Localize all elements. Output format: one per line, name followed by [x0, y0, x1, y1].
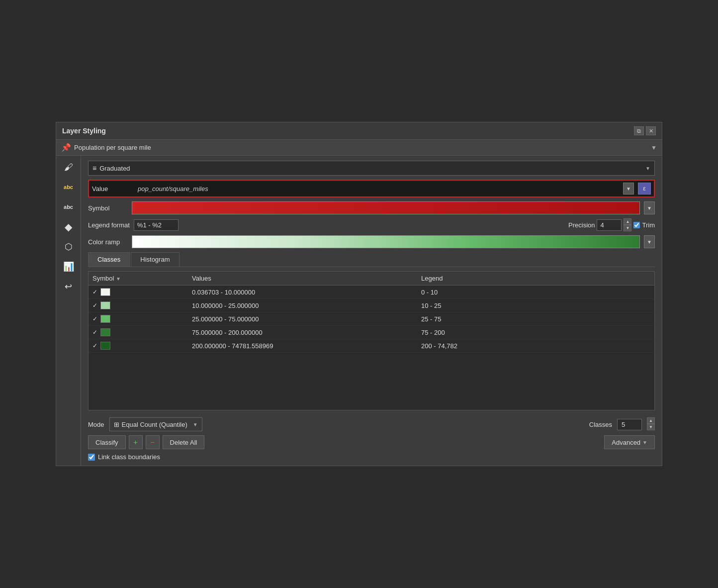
tab-histogram[interactable]: Histogram: [131, 252, 179, 267]
sidebar: 🖌 abc abc ◆ ⬡ 📊 ↩: [56, 156, 81, 466]
classes-spinner: ▲ ▼: [647, 417, 655, 431]
row-color-0: [100, 288, 110, 296]
tabs-row: Classes Histogram: [88, 252, 655, 267]
layer-icon: 📌: [61, 143, 71, 152]
row-color-2: [100, 315, 110, 323]
row-values-1: 10.000000 - 25.000000: [192, 302, 421, 309]
layer-name: Population per square mile: [74, 144, 648, 151]
row-legend-1: 10 - 25: [421, 302, 650, 309]
link-boundaries-checkbox[interactable]: [88, 454, 95, 461]
delete-all-button[interactable]: Delete All: [163, 435, 205, 449]
value-dropdown-button[interactable]: ▼: [623, 183, 634, 195]
th-symbol: Symbol ▼: [92, 275, 192, 282]
advanced-button[interactable]: Advanced ▼: [604, 435, 655, 449]
renderer-row: ≡ Graduated ▼: [88, 161, 655, 176]
row-values-2: 25.000000 - 75.000000: [192, 315, 421, 323]
abc-label-icon[interactable]: abc: [60, 180, 77, 195]
table-row[interactable]: ✓ 75.000000 - 200.000000 75 - 200: [89, 326, 654, 339]
mode-select[interactable]: ⊞ Equal Count (Quantile) ▼: [109, 417, 202, 431]
th-legend: Legend: [421, 275, 650, 282]
close-button[interactable]: ✕: [646, 126, 656, 135]
link-boundaries-row: Link class boundaries: [88, 453, 655, 461]
buttons-row: Classify + − Delete All Advanced ▼: [88, 435, 655, 449]
panel-title: Layer Styling: [62, 127, 106, 135]
tab-classes[interactable]: Classes: [88, 252, 130, 267]
table-row[interactable]: ✓ 0.036703 - 10.000000 0 - 10: [89, 286, 654, 299]
graduated-icon: ≡: [92, 164, 96, 172]
cube-icon[interactable]: ◆: [60, 219, 77, 234]
row-color-4: [100, 342, 110, 350]
title-bar: Layer Styling ⧉ ✕: [56, 122, 662, 140]
restore-button[interactable]: ⧉: [634, 126, 644, 135]
th-symbol-label: Symbol: [92, 275, 114, 282]
bottom-section: Mode ⊞ Equal Count (Quantile) ▼ Classes …: [88, 414, 655, 461]
layer-dropdown-arrow: ▼: [651, 144, 657, 151]
row-legend-0: 0 - 10: [421, 289, 650, 296]
precision-up-button[interactable]: ▲: [624, 218, 631, 225]
abc2-label-icon[interactable]: abc: [60, 199, 77, 214]
row-values-0: 0.036703 - 10.000000: [192, 289, 421, 296]
title-bar-controls: ⧉ ✕: [634, 126, 656, 135]
row-symbol-0: ✓: [92, 288, 192, 296]
legend-format-input[interactable]: [134, 219, 179, 231]
colorramp-swatch[interactable]: [132, 235, 640, 248]
row-symbol-3: ✓: [92, 328, 192, 336]
precision-input[interactable]: [597, 219, 622, 231]
value-expression-button[interactable]: ε: [638, 183, 651, 195]
main-body: 🖌 abc abc ◆ ⬡ 📊 ↩ ≡ Graduated ▼ Value: [56, 156, 662, 466]
precision-group: Precision ▲ ▼ Trim: [568, 218, 655, 231]
content-area: ≡ Graduated ▼ Value ▼ ε Symbol ▼ Legend: [81, 156, 662, 466]
row-values-4: 200.000000 - 74781.558969: [192, 342, 421, 350]
add-class-button[interactable]: +: [129, 435, 143, 449]
classes-table: Symbol ▼ Values Legend ✓ 0.036703 - 10.0…: [88, 271, 655, 410]
layer-select-wrapper[interactable]: 📌 Population per square mile ▼: [61, 143, 657, 152]
colorramp-label: Color ramp: [88, 238, 128, 246]
filter-icon[interactable]: ⬡: [60, 239, 77, 254]
mode-label: Mode: [88, 421, 104, 428]
legend-row: Legend format Precision ▲ ▼ Trim: [88, 218, 655, 231]
row-check-4: ✓: [92, 342, 97, 349]
renderer-label: Graduated: [99, 165, 130, 172]
paint-brush-icon[interactable]: 🖌: [60, 160, 77, 175]
classes-input[interactable]: [617, 419, 642, 430]
renderer-select[interactable]: ≡ Graduated ▼: [88, 161, 655, 176]
classes-label: Classes: [589, 421, 612, 428]
classes-up-button[interactable]: ▲: [647, 417, 655, 424]
row-color-1: [100, 301, 110, 309]
precision-down-button[interactable]: ▼: [624, 225, 631, 231]
table-row[interactable]: ✓ 200.000000 - 74781.558969 200 - 74,782: [89, 339, 654, 353]
row-legend-2: 25 - 75: [421, 315, 650, 323]
link-boundaries-label: Link class boundaries: [98, 453, 160, 461]
value-label: Value: [92, 185, 132, 193]
table-row[interactable]: ✓ 10.000000 - 25.000000 10 - 25: [89, 299, 654, 312]
chart-icon[interactable]: 📊: [60, 259, 77, 274]
table-body: ✓ 0.036703 - 10.000000 0 - 10 ✓ 10.00000…: [89, 286, 654, 353]
layer-styling-panel: Layer Styling ⧉ ✕ 📌 Population per squar…: [56, 122, 662, 466]
symbol-swatch[interactable]: [132, 201, 640, 214]
remove-class-button[interactable]: −: [146, 435, 160, 449]
precision-label: Precision: [568, 221, 595, 229]
mode-value: Equal Count (Quantile): [122, 421, 187, 428]
symbol-label: Symbol: [88, 204, 128, 212]
colorramp-dropdown-arrow[interactable]: ▼: [644, 235, 655, 248]
legend-format-label: Legend format: [88, 221, 130, 229]
undo-icon[interactable]: ↩: [60, 279, 77, 294]
table-row[interactable]: ✓ 25.000000 - 75.000000 25 - 75: [89, 312, 654, 326]
classes-down-button[interactable]: ▼: [647, 424, 655, 430]
row-values-3: 75.000000 - 200.000000: [192, 329, 421, 336]
trim-check-label[interactable]: Trim: [633, 221, 655, 229]
table-header: Symbol ▼ Values Legend: [89, 272, 654, 286]
colorramp-row: Color ramp ▼: [88, 235, 655, 248]
precision-spinner: ▲ ▼: [624, 218, 631, 231]
advanced-dropdown-arrow: ▼: [642, 440, 647, 445]
renderer-dropdown-arrow: ▼: [645, 166, 650, 171]
symbol-dropdown-arrow[interactable]: ▼: [644, 201, 655, 214]
value-input[interactable]: [136, 184, 619, 194]
classify-button[interactable]: Classify: [88, 435, 126, 449]
row-legend-3: 75 - 200: [421, 329, 650, 336]
layer-row: 📌 Population per square mile ▼: [56, 140, 662, 156]
mode-icon: ⊞: [114, 421, 119, 428]
trim-checkbox[interactable]: [633, 222, 640, 228]
row-symbol-1: ✓: [92, 301, 192, 309]
trim-label: Trim: [642, 221, 655, 229]
